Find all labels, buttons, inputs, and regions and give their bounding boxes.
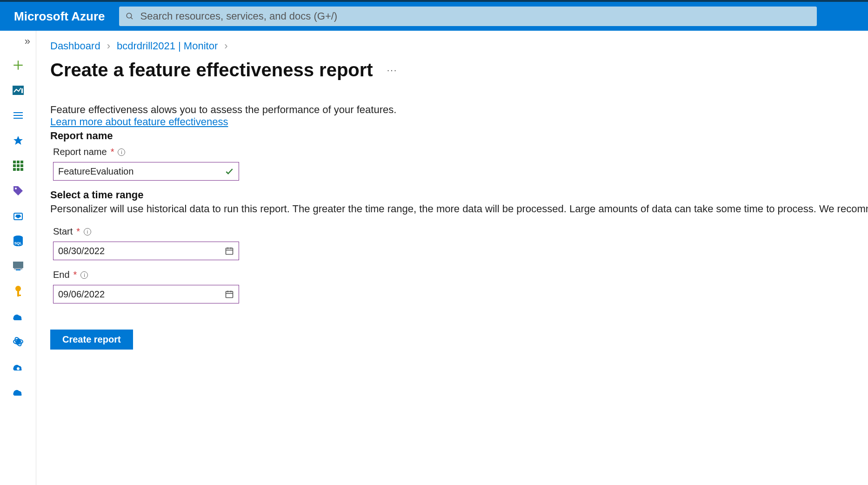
- required-asterisk: *: [76, 226, 80, 237]
- search-input[interactable]: [140, 10, 810, 22]
- info-icon[interactable]: i: [80, 271, 88, 279]
- page-description: Feature effectiveness alows you to asses…: [50, 104, 868, 116]
- more-actions-button[interactable]: ···: [387, 65, 398, 75]
- cosmos-icon[interactable]: [11, 334, 26, 349]
- svg-rect-10: [13, 161, 16, 163]
- page-title: Create a feature effectiveness report: [50, 60, 373, 81]
- svg-rect-14: [17, 164, 20, 167]
- cloud-app-icon[interactable]: [11, 309, 26, 324]
- sql-icon[interactable]: SQL: [11, 234, 26, 249]
- calendar-icon[interactable]: [225, 290, 234, 299]
- svg-point-27: [15, 286, 21, 291]
- svg-point-19: [15, 188, 17, 189]
- sidebar-expand-button[interactable]: »: [0, 35, 36, 47]
- breadcrumb: Dashboard › bcdrdrill2021 | Monitor ›: [50, 40, 868, 52]
- logic-apps-icon[interactable]: [11, 384, 26, 399]
- svg-rect-24: [13, 262, 23, 268]
- report-name-label: Report name * i: [50, 147, 868, 157]
- start-date-input[interactable]: [58, 246, 225, 256]
- svg-rect-13: [13, 164, 16, 167]
- report-name-heading: Report name: [50, 130, 868, 142]
- time-range-description: Personalizer will use historical data to…: [50, 203, 868, 215]
- time-range-heading: Select a time range: [50, 189, 868, 201]
- create-resource-icon[interactable]: [11, 58, 26, 73]
- svg-rect-29: [17, 295, 21, 296]
- end-date-input[interactable]: [58, 289, 225, 300]
- breadcrumb-link-monitor[interactable]: bcdrdrill2021 | Monitor: [117, 40, 218, 52]
- resource-groups-icon[interactable]: [11, 209, 26, 223]
- breadcrumb-link-dashboard[interactable]: Dashboard: [50, 40, 100, 52]
- virtual-machines-icon[interactable]: [11, 259, 26, 274]
- keys-icon[interactable]: [11, 284, 26, 299]
- info-icon[interactable]: i: [118, 148, 125, 156]
- calendar-icon[interactable]: [225, 246, 234, 256]
- top-bar: Microsoft Azure: [0, 0, 868, 31]
- end-date-label: End * i: [50, 269, 868, 280]
- report-name-input[interactable]: [58, 166, 225, 177]
- learn-more-link[interactable]: Learn more about feature effectiveness: [50, 116, 228, 128]
- svg-rect-17: [17, 168, 20, 171]
- svg-rect-5: [21, 88, 23, 93]
- start-date-label: Start * i: [50, 226, 868, 237]
- info-icon[interactable]: i: [84, 228, 91, 236]
- chevron-right-icon: ›: [224, 40, 227, 52]
- svg-point-30: [16, 340, 20, 344]
- svg-line-1: [131, 17, 133, 19]
- svg-rect-15: [20, 164, 23, 167]
- report-name-label-text: Report name: [53, 147, 107, 157]
- end-date-field[interactable]: [53, 285, 239, 303]
- svg-point-33: [17, 367, 20, 370]
- create-report-button[interactable]: Create report: [50, 330, 133, 350]
- svg-point-0: [127, 13, 132, 18]
- checkmark-icon: [225, 167, 234, 176]
- svg-rect-34: [226, 248, 233, 254]
- left-sidebar: » SQL: [0, 31, 36, 485]
- all-resources-icon[interactable]: [11, 108, 26, 123]
- start-label-text: Start: [53, 226, 73, 237]
- svg-marker-21: [16, 215, 20, 218]
- svg-rect-26: [14, 268, 22, 269]
- svg-marker-9: [13, 136, 23, 145]
- dashboard-icon[interactable]: [11, 83, 26, 98]
- svg-rect-38: [226, 291, 233, 297]
- brand-logo: Microsoft Azure: [14, 9, 105, 24]
- tags-icon[interactable]: [11, 183, 26, 198]
- end-label-text: End: [53, 269, 70, 280]
- required-asterisk: *: [111, 147, 114, 157]
- required-asterisk: *: [73, 269, 77, 280]
- start-date-field[interactable]: [53, 242, 239, 260]
- favorites-icon[interactable]: [11, 133, 26, 148]
- svg-rect-12: [20, 161, 23, 163]
- svg-rect-11: [17, 161, 20, 163]
- report-name-field[interactable]: [53, 162, 239, 181]
- chevron-right-icon: ›: [107, 40, 110, 52]
- global-search[interactable]: [119, 7, 817, 26]
- svg-rect-18: [20, 168, 23, 171]
- all-services-icon[interactable]: [11, 158, 26, 173]
- search-icon: [126, 12, 134, 20]
- svg-text:SQL: SQL: [14, 241, 22, 245]
- monitor-cloud-icon[interactable]: [11, 359, 26, 374]
- svg-rect-16: [13, 168, 16, 171]
- main-content: Dashboard › bcdrdrill2021 | Monitor › Cr…: [36, 31, 868, 485]
